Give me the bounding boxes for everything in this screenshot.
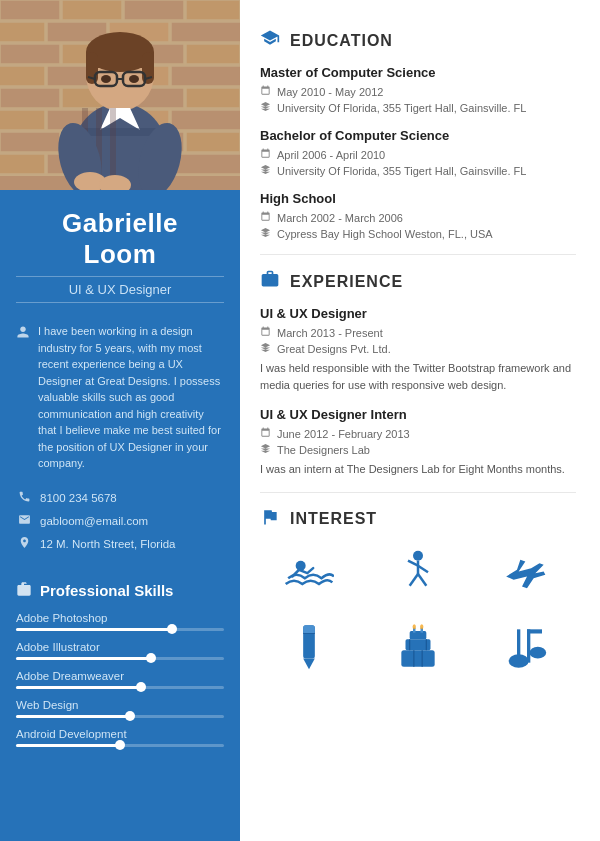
- skills-heading: Professional Skills: [40, 582, 173, 599]
- skill-illustrator: Adobe Illustrator: [16, 641, 224, 660]
- edu-item-masters: Master of Computer Science May 2010 - Ma…: [260, 65, 576, 114]
- person-name: Gabrielle Loom: [16, 208, 224, 270]
- interest-header: Interest: [260, 507, 576, 532]
- exp-company-2: The Designers Lab: [277, 444, 370, 456]
- interest-title: Interest: [290, 510, 377, 528]
- edu-degree-1: Master of Computer Science: [260, 65, 576, 80]
- interest-swimming: [260, 544, 357, 604]
- exp-desc-1: I was held responsible with the Twitter …: [260, 360, 576, 393]
- building-icon-3: [260, 227, 271, 240]
- svg-rect-70: [410, 631, 427, 639]
- svg-rect-28: [186, 132, 240, 152]
- bio-icon: [16, 325, 30, 342]
- phone-number: 8100 234 5678: [40, 492, 117, 504]
- svg-point-78: [420, 624, 423, 629]
- right-panel: EDUCATION Master of Computer Science May…: [240, 0, 600, 841]
- edu-degree-3: High School: [260, 191, 576, 206]
- exp-role-2: UI & UX Designer Intern: [260, 407, 576, 422]
- skill-android: Android Development: [16, 728, 224, 747]
- edu-dates-2: April 2006 - April 2010: [277, 149, 385, 161]
- svg-rect-17: [0, 88, 60, 108]
- left-panel: Gabrielle Loom UI & UX Designer I have b…: [0, 0, 240, 841]
- interest-music: [479, 616, 576, 676]
- address-contact: 12 M. North Street, Florida: [16, 536, 224, 552]
- exp-role-1: UI & UX Designer: [260, 306, 576, 321]
- skills-section: Professional Skills Adobe Photoshop Adob…: [0, 571, 240, 773]
- exp-dates-2: June 2012 - February 2013: [277, 428, 410, 440]
- skills-title: Professional Skills: [16, 581, 224, 600]
- svg-point-77: [413, 624, 416, 629]
- svg-point-51: [101, 75, 111, 83]
- svg-rect-68: [401, 650, 434, 667]
- interest-gymnastics: [369, 544, 466, 604]
- svg-point-58: [413, 550, 423, 560]
- svg-line-63: [418, 574, 426, 586]
- svg-rect-4: [186, 0, 240, 20]
- svg-rect-82: [527, 629, 542, 633]
- svg-line-61: [418, 565, 428, 572]
- svg-point-80: [530, 646, 547, 658]
- street-address: 12 M. North Street, Florida: [40, 538, 176, 550]
- edu-inst-3: Cypress Bay High School Weston, FL., USA: [277, 228, 493, 240]
- cal-exp-2: [260, 427, 271, 440]
- svg-rect-24: [171, 110, 240, 130]
- exp-company-1: Great Designs Pvt. Ltd.: [277, 343, 391, 355]
- cal-exp-1: [260, 326, 271, 339]
- svg-rect-1: [0, 0, 60, 20]
- exp-item-2: UI & UX Designer Intern June 2012 - Febr…: [260, 407, 576, 478]
- svg-rect-25: [0, 132, 60, 152]
- edu-inst-1: University Of Florida, 355 Tigert Hall, …: [277, 102, 526, 114]
- svg-line-62: [410, 574, 418, 586]
- edu-degree-2: Bachelor of Computer Science: [260, 128, 576, 143]
- bio-text: I have been working in a design industry…: [38, 323, 224, 472]
- person-title: UI & UX Designer: [16, 276, 224, 303]
- education-icon: [260, 28, 280, 53]
- svg-marker-65: [303, 658, 315, 669]
- svg-rect-5: [0, 22, 45, 42]
- svg-rect-8: [171, 22, 240, 42]
- svg-rect-66: [303, 625, 315, 633]
- edu-dates-3: March 2002 - March 2006: [277, 212, 403, 224]
- building-icon-1: [260, 101, 271, 114]
- bld-exp-1: [260, 342, 271, 355]
- experience-icon: [260, 269, 280, 294]
- svg-rect-3: [124, 0, 184, 20]
- email-address: gabloom@email.com: [40, 515, 148, 527]
- bio-section: I have been working in a design industry…: [0, 313, 240, 482]
- location-icon: [16, 536, 32, 552]
- interest-art: [260, 616, 357, 676]
- skill-photoshop: Adobe Photoshop: [16, 612, 224, 631]
- email-contact: gabloom@email.com: [16, 513, 224, 529]
- svg-rect-21: [0, 110, 45, 130]
- phone-icon: [16, 490, 32, 506]
- svg-rect-16: [171, 66, 240, 86]
- interest-cooking: [369, 616, 466, 676]
- exp-item-1: UI & UX Designer March 2013 - Present Gr…: [260, 306, 576, 393]
- svg-rect-32: [171, 154, 240, 174]
- experience-title: EXPERIENCE: [290, 273, 403, 291]
- skill-webdesign: Web Design: [16, 699, 224, 718]
- calendar-icon-3: [260, 211, 271, 224]
- svg-line-60: [408, 560, 418, 565]
- svg-rect-12: [186, 44, 240, 64]
- calendar-icon-2: [260, 148, 271, 161]
- email-icon: [16, 513, 32, 529]
- building-icon-2: [260, 164, 271, 177]
- svg-rect-81: [527, 629, 530, 662]
- exp-desc-2: I was an intern at The Designers Lab for…: [260, 461, 576, 478]
- bld-exp-2: [260, 443, 271, 456]
- interest-section: Interest: [260, 507, 576, 676]
- skill-dreamweaver: Adobe Dreamweaver: [16, 670, 224, 689]
- edu-inst-2: University Of Florida, 355 Tigert Hall, …: [277, 165, 526, 177]
- edu-dates-1: May 2010 - May 2012: [277, 86, 383, 98]
- svg-rect-20: [186, 88, 240, 108]
- education-header: EDUCATION: [260, 28, 576, 53]
- interest-grid: [260, 544, 576, 676]
- svg-point-52: [129, 75, 139, 83]
- contact-section: 8100 234 5678 gabloom@email.com 12 M. No…: [0, 482, 240, 571]
- interest-icon: [260, 507, 280, 532]
- svg-rect-2: [62, 0, 122, 20]
- education-title: EDUCATION: [290, 32, 393, 50]
- experience-header: EXPERIENCE: [260, 269, 576, 294]
- exp-dates-1: March 2013 - Present: [277, 327, 383, 339]
